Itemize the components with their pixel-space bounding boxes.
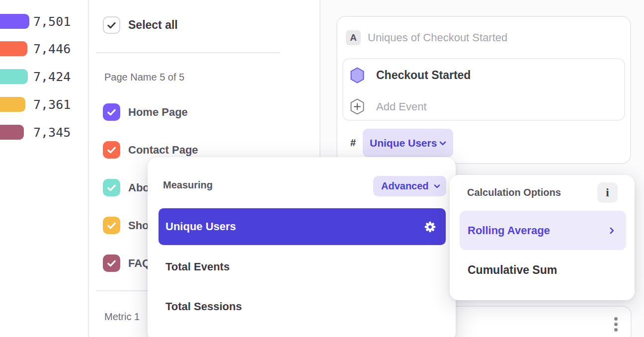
menu-option-rolling-average[interactable]: Rolling Average xyxy=(460,211,626,250)
menu-option-label: Rolling Average xyxy=(468,224,550,237)
legend-value: 7,361 xyxy=(33,97,71,112)
measure-dropdown-button[interactable]: Unique Users xyxy=(363,129,453,157)
hexagon-event-icon xyxy=(350,67,365,84)
panel-divider xyxy=(88,0,89,337)
menu-option-total-sessions[interactable]: Total Sessions xyxy=(165,300,242,313)
checkmark-icon xyxy=(106,106,117,118)
series-badge: A xyxy=(346,30,361,45)
checkmark-icon xyxy=(106,257,117,269)
info-icon[interactable]: i xyxy=(597,182,618,203)
measure-dropdown-label: Unique Users xyxy=(370,137,437,149)
add-event-hexagon-icon[interactable] xyxy=(350,98,365,115)
legend-bar xyxy=(0,69,28,84)
checkmark-icon xyxy=(106,220,117,231)
calculation-options-title: Calculation Options xyxy=(467,187,561,198)
select-all-label[interactable]: Select all xyxy=(128,16,178,34)
event-name[interactable]: Checkout Started xyxy=(376,67,471,84)
checkbox-home-page[interactable] xyxy=(103,103,120,121)
legend-value: 7,446 xyxy=(33,41,71,56)
measuring-menu-title: Measuring xyxy=(163,179,213,191)
advanced-dropdown-button[interactable]: Advanced xyxy=(373,176,446,196)
legend-bar xyxy=(0,41,27,56)
select-all-checkbox[interactable] xyxy=(103,16,120,34)
legend-bar xyxy=(0,97,25,112)
analytics-app: 7,501 7,446 7,424 7,361 7,345 Select all… xyxy=(0,0,644,337)
checkmark-icon xyxy=(106,19,117,31)
measure-type-prefix: # xyxy=(350,135,356,150)
checkbox-label-contact-page[interactable]: Contact Page xyxy=(128,141,198,159)
checkbox-faq-page[interactable] xyxy=(103,254,120,272)
checkbox-shop-page[interactable] xyxy=(103,217,120,234)
metric-title-input[interactable]: Uniques of Checkout Started xyxy=(368,30,507,45)
legend-value: 7,501 xyxy=(33,14,71,29)
add-event-button[interactable]: Add Event xyxy=(376,98,427,115)
metric-label: Metric 1 xyxy=(104,311,140,323)
group-by-label: Page Name 5 of 5 xyxy=(104,72,184,83)
kebab-menu-icon[interactable] xyxy=(614,317,618,332)
menu-option-unique-users[interactable]: Unique Users xyxy=(159,208,446,245)
advanced-dropdown-label: Advanced xyxy=(381,180,429,192)
checkbox-contact-page[interactable] xyxy=(103,141,120,159)
legend-bar xyxy=(0,14,29,29)
legend-value: 7,345 xyxy=(33,125,71,140)
chevron-down-icon xyxy=(438,139,447,148)
menu-option-label: Unique Users xyxy=(165,220,236,233)
menu-option-total-events[interactable]: Total Events xyxy=(165,260,230,273)
divider xyxy=(96,52,280,53)
legend-value: 7,424 xyxy=(33,69,71,84)
gear-icon[interactable] xyxy=(423,220,437,234)
legend-bar xyxy=(0,125,24,140)
chevron-right-icon xyxy=(607,226,616,235)
checkmark-icon xyxy=(106,182,117,193)
checkbox-about-page[interactable] xyxy=(103,179,120,196)
chevron-down-icon xyxy=(433,182,441,190)
menu-option-cumulative-sum[interactable]: Cumulative Sum xyxy=(468,263,557,276)
checkmark-icon xyxy=(106,144,117,156)
checkbox-label-home-page[interactable]: Home Page xyxy=(128,103,188,121)
